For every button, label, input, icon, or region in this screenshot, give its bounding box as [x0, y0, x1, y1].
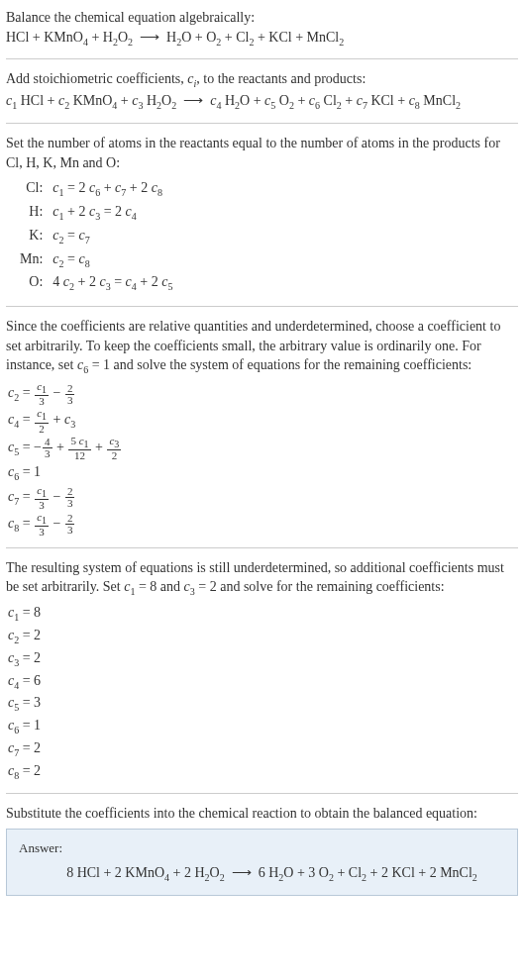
element-label: O: — [16, 272, 47, 294]
list-item: c5 = −43 + 5 c112 + c32 — [8, 436, 518, 461]
answer-label: Answer: — [19, 839, 505, 857]
substitute-text: Substitute the coefficients into the che… — [6, 804, 518, 824]
table-row: Mn:c2 = c8 — [16, 249, 176, 271]
section-add-coeff: Add stoichiometric coefficients, ci, to … — [6, 69, 518, 113]
element-equation: 4 c2 + 2 c3 = c4 + 2 c5 — [49, 272, 176, 294]
element-label: H: — [16, 202, 47, 224]
list-item: c1 = 8 — [8, 603, 518, 625]
element-equation: c2 = c8 — [49, 249, 176, 271]
section-substitute: Substitute the coefficients into the che… — [6, 804, 518, 897]
divider — [6, 793, 518, 794]
divider — [6, 58, 518, 59]
table-row: O:4 c2 + 2 c3 = c4 + 2 c5 — [16, 272, 176, 294]
atom-balance-text: Set the number of atoms in the reactants… — [6, 134, 518, 172]
list-item: c8 = 2 — [8, 761, 518, 783]
coeff-equation: c1 HCl + c2 KMnO4 + c3 H2O2 ⟶ c4 H2O + c… — [6, 91, 518, 113]
answer-box: Answer: 8 HCl + 2 KMnO4 + 2 H2O2 ⟶ 6 H2O… — [6, 829, 518, 896]
divider — [6, 123, 518, 124]
solve-second-text: The resulting system of equations is sti… — [6, 558, 518, 599]
list-item: c2 = c13 − 23 — [8, 381, 518, 407]
list-item: c6 = 1 — [8, 716, 518, 737]
add-coeff-text: Add stoichiometric coefficients, ci, to … — [6, 69, 518, 91]
section-atom-balance: Set the number of atoms in the reactants… — [6, 134, 518, 296]
section-solve-first: Since the coefficients are relative quan… — [6, 317, 518, 538]
table-row: Cl:c1 = 2 c6 + c7 + 2 c8 — [16, 178, 176, 200]
ci-symbol: ci — [187, 71, 196, 86]
table-row: H:c1 + 2 c3 = 2 c4 — [16, 202, 176, 224]
list-item: c4 = 6 — [8, 671, 518, 693]
element-label: Mn: — [16, 249, 47, 271]
list-item: c6 = 1 — [8, 462, 518, 484]
list-item: c4 = c12 + c3 — [8, 408, 518, 434]
list-item: c2 = 2 — [8, 626, 518, 647]
element-equation: c1 + 2 c3 = 2 c4 — [49, 202, 176, 224]
section-problem: Balance the chemical equation algebraica… — [6, 8, 518, 49]
balanced-equation: 8 HCl + 2 KMnO4 + 2 H2O2 ⟶ 6 H2O + 3 O2 … — [19, 863, 505, 885]
element-equation: c1 = 2 c6 + c7 + 2 c8 — [49, 178, 176, 200]
list-item: c8 = c13 − 23 — [8, 512, 518, 538]
table-row: K:c2 = c7 — [16, 226, 176, 247]
first-solution-list: c2 = c13 − 23 c4 = c12 + c3 c5 = −43 + 5… — [8, 381, 518, 538]
section-solve-second: The resulting system of equations is sti… — [6, 558, 518, 783]
element-label: Cl: — [16, 178, 47, 200]
list-item: c3 = 2 — [8, 648, 518, 670]
list-item: c5 = 3 — [8, 693, 518, 715]
problem-text: Balance the chemical equation algebraica… — [6, 8, 518, 28]
atom-equations-table: Cl:c1 = 2 c6 + c7 + 2 c8 H:c1 + 2 c3 = 2… — [14, 176, 178, 296]
list-item: c7 = 2 — [8, 738, 518, 760]
solve-first-text: Since the coefficients are relative quan… — [6, 317, 518, 377]
element-equation: c2 = c7 — [49, 226, 176, 247]
element-label: K: — [16, 226, 47, 247]
list-item: c7 = c13 − 23 — [8, 485, 518, 511]
second-solution-list: c1 = 8 c2 = 2 c3 = 2 c4 = 6 c5 = 3 c6 = … — [8, 603, 518, 782]
divider — [6, 547, 518, 548]
unbalanced-equation: HCl + KMnO4 + H2O2 ⟶ H2O + O2 + Cl2 + KC… — [6, 28, 518, 49]
divider — [6, 306, 518, 307]
